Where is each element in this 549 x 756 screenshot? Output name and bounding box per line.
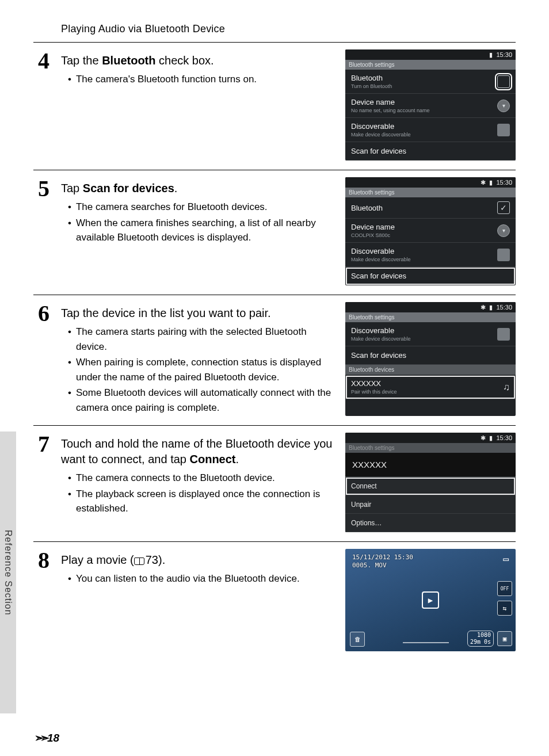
step-number: 5 <box>33 177 54 285</box>
step-4: 4 Tap the Bluetooth check box. The camer… <box>33 43 516 170</box>
row-title: Discoverable <box>351 122 411 131</box>
checkbox-icon[interactable] <box>497 124 510 136</box>
row-title: Discoverable <box>351 247 411 255</box>
page-number: ➣➣ 18 <box>35 731 59 744</box>
sidebar-label: Reference Section <box>3 530 13 616</box>
row-bluetooth[interactable]: BluetoothTurn on Bluetooth <box>345 70 516 94</box>
checkbox-checked-icon[interactable] <box>497 201 510 214</box>
text: . <box>174 182 178 194</box>
text-bold: Scan for devices <box>83 182 174 194</box>
wifi-off-icon[interactable]: OFF <box>497 581 512 596</box>
battery-icon: ▮ <box>489 304 493 311</box>
text: Tap <box>61 182 83 194</box>
bullet: The camera starts pairing with the selec… <box>68 324 337 354</box>
row-title: Device name <box>351 223 395 231</box>
checkbox-icon[interactable] <box>497 75 510 88</box>
screenshot-bluetooth-devices: ✱ ▮ 15:30 Bluetooth settings Discoverabl… <box>345 302 516 416</box>
clock: 15:30 <box>496 304 512 311</box>
step-number: 8 <box>33 549 54 651</box>
bullet: The playback screen is displayed once th… <box>68 487 337 516</box>
headphone-icon: ♫ <box>503 382 510 392</box>
row-bluetooth[interactable]: Bluetooth <box>345 197 516 219</box>
wifi-label: OFF <box>501 586 509 591</box>
chevron-down-icon[interactable]: ▾ <box>497 224 510 237</box>
clock: 15:30 <box>496 179 512 186</box>
row-sub: Pair with this device <box>351 389 397 395</box>
step-heading: Touch and hold the name of the Bluetooth… <box>61 436 337 467</box>
step-heading: Tap the Bluetooth check box. <box>61 53 337 68</box>
status-bar: ✱ ▮ 15:30 <box>345 177 516 188</box>
playback-info: 15/11/2012 15:30 0005. MOV <box>352 553 413 570</box>
share-icon[interactable]: ⇆ <box>497 601 512 616</box>
breadcrumb: Bluetooth settings <box>345 60 516 70</box>
text: ). <box>158 553 165 566</box>
play-button[interactable]: ▶ <box>422 591 439 609</box>
row-scan[interactable]: Scan for devices <box>345 267 516 285</box>
bullet: The camera connects to the Bluetooth dev… <box>68 471 337 486</box>
screenshot-bluetooth-settings: ▮ 15:30 Bluetooth settings BluetoothTurn… <box>345 49 516 161</box>
row-sub: Make device discoverable <box>351 336 411 342</box>
breadcrumb: Bluetooth settings <box>345 443 516 453</box>
bullet: You can listen to the audio via the Blue… <box>68 571 337 586</box>
row-device-name[interactable]: Device nameCOOLPIX S800c ▾ <box>345 219 516 243</box>
step-8: 8 Play a movie (73). You can listen to t… <box>33 542 516 660</box>
row-device-name[interactable]: Device nameNo name set, using account na… <box>345 94 516 118</box>
status-bar: ✱ ▮ 15:30 <box>345 433 516 443</box>
screenshot-context-menu: ✱ ▮ 15:30 Bluetooth settings XXXXXX Conn… <box>345 433 516 532</box>
menu-header: XXXXXX <box>345 453 516 477</box>
filename: 0005. MOV <box>352 562 413 570</box>
text: check box. <box>155 54 214 67</box>
screenshot-playback: 15/11/2012 15:30 0005. MOV ▭ ▶ OFF ⇆ 🗑 1… <box>345 549 516 651</box>
text: Play a movie ( <box>61 553 134 566</box>
row-title: Discoverable <box>351 326 411 335</box>
row-title: Scan for devices <box>351 272 406 280</box>
step-number: 7 <box>33 433 54 532</box>
reference-section-icon: ➣➣ <box>35 731 46 744</box>
menu-item-connect[interactable]: Connect <box>345 477 516 495</box>
sidebar-tab: Reference Section <box>0 432 16 713</box>
row-title: XXXXXX <box>351 379 397 388</box>
breadcrumb: Bluetooth settings <box>345 188 516 197</box>
bluetooth-icon: ✱ <box>481 179 486 186</box>
chevron-down-icon[interactable]: ▾ <box>497 100 510 112</box>
row-sub: Turn on Bluetooth <box>351 83 392 89</box>
row-discoverable[interactable]: DiscoverableMake device discoverable <box>345 118 516 142</box>
row-sub: Make device discoverable <box>351 257 411 262</box>
bullet: When the camera finishes searching, a li… <box>68 216 337 245</box>
section-header: Bluetooth devices <box>345 365 516 375</box>
row-title: Bluetooth <box>351 204 383 212</box>
bullet: When pairing is complete, connection sta… <box>68 355 337 384</box>
text: Tap the <box>61 54 102 67</box>
menu-label: Connect <box>351 482 377 490</box>
row-title: Scan for devices <box>351 351 406 360</box>
row-device[interactable]: XXXXXXPair with this device ♫ <box>345 375 516 399</box>
text-bold: Connect <box>190 453 236 465</box>
progress-bar[interactable] <box>403 642 449 643</box>
row-title: Device name <box>351 98 430 106</box>
text-bold: Bluetooth <box>102 54 155 67</box>
row-title: Scan for devices <box>351 147 406 155</box>
step-heading: Tap Scan for devices. <box>61 181 337 196</box>
resolution: 1080 <box>470 632 491 639</box>
row-scan[interactable]: Scan for devices <box>345 142 516 161</box>
step-number: 4 <box>33 49 54 161</box>
text: . <box>236 453 239 465</box>
trash-icon[interactable]: 🗑 <box>350 632 365 647</box>
menu-item-options[interactable]: Options… <box>345 514 516 532</box>
bullet: Some Bluetooth devices will automaticall… <box>68 385 337 415</box>
breadcrumb: Bluetooth settings <box>345 312 516 322</box>
step-7: 7 Touch and hold the name of the Bluetoo… <box>33 426 516 542</box>
camera-icon[interactable]: ▣ <box>497 631 512 646</box>
battery-icon: ▭ <box>503 553 509 564</box>
row-scan[interactable]: Scan for devices <box>345 346 516 365</box>
bluetooth-icon: ✱ <box>481 434 486 442</box>
battery-icon: ▮ <box>489 51 493 59</box>
page-title: Playing Audio via Bluetooth Device <box>61 23 516 35</box>
clock: 15:30 <box>496 51 512 58</box>
checkbox-icon[interactable] <box>497 249 510 261</box>
row-discoverable[interactable]: DiscoverableMake device discoverable <box>345 322 516 346</box>
checkbox-icon[interactable] <box>497 328 510 341</box>
row-discoverable[interactable]: DiscoverableMake device discoverable <box>345 243 516 267</box>
menu-item-unpair[interactable]: Unpair <box>345 495 516 514</box>
step-5: 5 Tap Scan for devices. The camera searc… <box>33 170 516 295</box>
